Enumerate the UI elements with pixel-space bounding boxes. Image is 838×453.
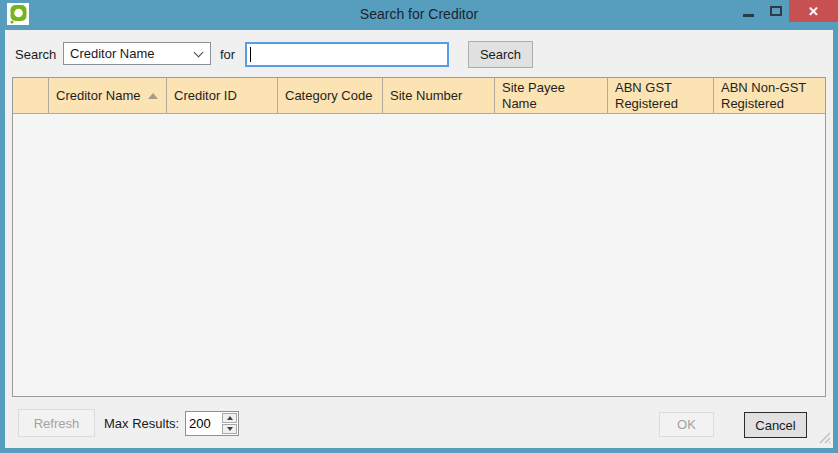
search-label: Search (15, 47, 56, 62)
close-icon: ✕ (808, 4, 819, 19)
dialog-body: Search Creditor Name for Search Creditor… (5, 30, 833, 448)
column-header-category-code[interactable]: Category Code (278, 78, 383, 113)
search-query-input[interactable] (245, 42, 449, 67)
window-controls: ✕ (735, 0, 838, 22)
titlebar: Search for Creditor ✕ (0, 0, 838, 30)
column-header-site-number[interactable]: Site Number (383, 78, 495, 113)
column-header-site-payee-name[interactable]: Site Payee Name (495, 78, 608, 113)
search-field-dropdown-value: Creditor Name (70, 46, 155, 61)
results-grid: Creditor Name Creditor ID Category Code … (12, 77, 826, 397)
results-grid-body-empty[interactable] (13, 114, 825, 396)
refresh-button[interactable]: Refresh (18, 409, 95, 437)
column-header-abn-non-gst-registered[interactable]: ABN Non-GST Registered (714, 78, 825, 113)
window-title: Search for Creditor (0, 6, 838, 22)
results-grid-header: Creditor Name Creditor ID Category Code … (13, 78, 825, 114)
arrow-up-icon (227, 416, 233, 420)
close-button[interactable]: ✕ (789, 0, 838, 22)
spinner-buttons (221, 412, 238, 435)
max-results-input[interactable] (186, 412, 221, 435)
max-results-spinner (185, 411, 239, 436)
resize-grip[interactable] (818, 431, 831, 447)
ok-button[interactable]: OK (659, 412, 714, 437)
search-for-creditor-dialog: Search for Creditor ✕ Search Creditor Na… (0, 0, 838, 453)
chevron-down-icon (194, 48, 204, 58)
search-field-dropdown[interactable]: Creditor Name (63, 42, 211, 65)
sort-ascending-icon (148, 93, 158, 99)
column-header-creditor-id[interactable]: Creditor ID (167, 78, 278, 113)
maximize-icon (770, 6, 782, 16)
column-header-row-selector[interactable] (13, 78, 49, 113)
cancel-button[interactable]: Cancel (744, 412, 807, 438)
arrow-down-icon (227, 427, 233, 431)
text-caret (250, 47, 251, 62)
maximize-button[interactable] (762, 0, 789, 22)
column-header-creditor-name[interactable]: Creditor Name (49, 78, 167, 113)
search-button[interactable]: Search (468, 41, 533, 68)
minimize-button[interactable] (735, 0, 762, 22)
spinner-down-button[interactable] (222, 424, 237, 434)
column-header-abn-gst-registered[interactable]: ABN GST Registered (608, 78, 714, 113)
max-results-label: Max Results: (104, 416, 179, 431)
minimize-icon (743, 14, 754, 17)
for-label: for (220, 47, 235, 62)
spinner-up-button[interactable] (222, 413, 237, 423)
